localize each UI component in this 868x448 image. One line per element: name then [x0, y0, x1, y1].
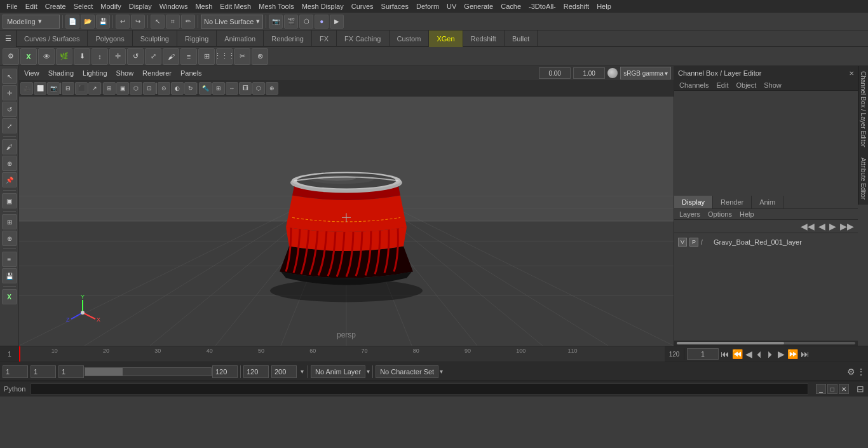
- ch-tab-show[interactable]: Show: [761, 81, 784, 89]
- timeline-playhead[interactable]: [19, 346, 20, 362]
- tab-rigging[interactable]: Rigging: [177, 31, 217, 47]
- prev-frame-btn[interactable]: ⏪: [731, 349, 743, 359]
- bb-field-5[interactable]: 120: [243, 365, 269, 378]
- disp-tab-anim[interactable]: Anim: [752, 196, 783, 208]
- menu-surfaces[interactable]: Surfaces: [377, 3, 412, 10]
- disp-opt-options[interactable]: Options: [705, 210, 735, 218]
- ch-tab-edit[interactable]: Edit: [714, 81, 731, 89]
- plus2-lt-btn[interactable]: ⊕: [2, 231, 17, 246]
- vp-menu-show[interactable]: Show: [114, 69, 137, 77]
- prev-step-btn[interactable]: ◀: [745, 349, 753, 359]
- menu-edit-mesh[interactable]: Edit Mesh: [216, 3, 255, 10]
- disp-opt-help[interactable]: Help: [737, 210, 757, 218]
- scale-tool-btn[interactable]: ⤢: [145, 48, 161, 65]
- menu-curves[interactable]: Curves: [348, 3, 377, 10]
- vp-grid-btn[interactable]: ⊞: [103, 82, 116, 95]
- menu-uv[interactable]: UV: [443, 3, 460, 10]
- vp-tb-b9[interactable]: ⊙: [158, 82, 170, 95]
- vp-tb-b15[interactable]: ⊕: [266, 82, 278, 95]
- layer-next-btn[interactable]: ▶: [828, 221, 837, 231]
- vp-tb-b13[interactable]: ↔: [226, 82, 238, 95]
- menu-cache[interactable]: Cache: [497, 3, 525, 10]
- vp-tb-b8[interactable]: ⊡: [143, 82, 156, 95]
- channel-box-close-btn[interactable]: ✕: [849, 70, 854, 77]
- frame-range-slider[interactable]: [85, 367, 212, 376]
- ch-tab-object[interactable]: Object: [733, 81, 759, 89]
- select-lt-btn[interactable]: ↖: [2, 69, 17, 84]
- menu-generate[interactable]: Generate: [460, 3, 497, 10]
- vp-tb-b2[interactable]: 📷: [47, 82, 60, 95]
- menu-help[interactable]: Help: [593, 3, 615, 10]
- menu-mesh-tools[interactable]: Mesh Tools: [255, 3, 297, 10]
- tab-polygons[interactable]: Polygons: [88, 31, 132, 47]
- no-anim-layer-btn[interactable]: No Anim Layer: [311, 365, 365, 378]
- channel-box-side-label[interactable]: Channel Box / Layer Editor: [858, 66, 868, 153]
- layer-p-btn[interactable]: P: [689, 238, 698, 247]
- new-file-btn[interactable]: 📄: [65, 15, 79, 29]
- disp-tab-render[interactable]: Render: [713, 196, 752, 208]
- vp-color-val2[interactable]: 1.00: [573, 67, 605, 79]
- pivot-lt-btn[interactable]: ⊕: [2, 156, 17, 171]
- prev-key-btn[interactable]: ⏮: [720, 349, 730, 359]
- menu-file[interactable]: File: [3, 3, 22, 10]
- bb-end-frame[interactable]: 120: [212, 365, 238, 378]
- brush-tool-btn[interactable]: 🖌: [163, 48, 179, 65]
- vp-tb-b11[interactable]: ↻: [184, 82, 197, 95]
- xgen-icon-btn[interactable]: X: [20, 48, 37, 65]
- down-arrow-btn[interactable]: ⬇: [74, 48, 90, 65]
- menu-modify[interactable]: Modify: [97, 3, 125, 10]
- bind-btn[interactable]: ⊗: [252, 48, 268, 65]
- snap-lt-btn[interactable]: 📌: [2, 172, 17, 187]
- layer-prev2-btn[interactable]: ◀: [817, 221, 827, 231]
- vp-tb-b1[interactable]: ⬜: [34, 82, 46, 95]
- lasso-btn[interactable]: ⌗: [166, 15, 180, 29]
- cut-btn[interactable]: ✂: [234, 48, 250, 65]
- layer-scrollbar[interactable]: [674, 341, 858, 346]
- settings-btn[interactable]: ⚙: [3, 48, 19, 65]
- vp-tb-b12[interactable]: ⊞: [212, 82, 225, 95]
- open-file-btn[interactable]: 📂: [81, 15, 95, 29]
- region-lt-btn[interactable]: ▣: [2, 193, 17, 208]
- menu-edit[interactable]: Edit: [22, 3, 41, 10]
- next-key-btn[interactable]: ⏭: [800, 349, 810, 359]
- layer-prev-btn[interactable]: ◀◀: [799, 221, 816, 231]
- no-live-surface-btn[interactable]: No Live Surface ▾: [201, 15, 263, 29]
- menu-mesh[interactable]: Mesh: [191, 3, 216, 10]
- render-btn[interactable]: 📷: [269, 15, 283, 29]
- vp-tb-b5[interactable]: ↗: [88, 82, 101, 95]
- disp-tab-display[interactable]: Display: [674, 196, 713, 208]
- sculpt-lt-btn[interactable]: 🖌: [2, 139, 17, 154]
- select-btn[interactable]: ↖: [151, 15, 165, 29]
- move-tool-btn[interactable]: ✛: [109, 48, 126, 65]
- vp-camera-btn[interactable]: 🎥: [20, 82, 33, 95]
- vp-tb-b10[interactable]: ◐: [171, 82, 184, 95]
- scale-lt-btn[interactable]: ⤢: [2, 118, 17, 133]
- char-set-chevron[interactable]: ▾: [440, 368, 443, 375]
- move-lt-btn[interactable]: ✛: [2, 85, 17, 100]
- vp-menu-view[interactable]: View: [22, 69, 42, 77]
- next-step-btn[interactable]: ▶: [777, 349, 785, 359]
- mode-selector[interactable]: Modeling ▾: [3, 15, 60, 29]
- menu-mesh-display[interactable]: Mesh Display: [298, 3, 348, 10]
- vp-menu-panels[interactable]: Panels: [178, 69, 205, 77]
- render2-btn[interactable]: 🎬: [284, 15, 298, 29]
- vp-tb-b3[interactable]: ⊟: [62, 82, 74, 95]
- render3-btn[interactable]: ⬡: [299, 15, 313, 29]
- menu-redshift[interactable]: Redshift: [560, 3, 593, 10]
- bb-field-2[interactable]: 1: [31, 365, 56, 378]
- anim-layer-chevron[interactable]: ▾: [367, 368, 370, 375]
- layer-item-0[interactable]: V P / Gravy_Boat_Red_001_layer: [675, 234, 857, 250]
- vp-color-val1[interactable]: 0.00: [539, 67, 571, 79]
- tab-rendering[interactable]: Rendering: [264, 31, 312, 47]
- tab-fx[interactable]: FX: [312, 31, 337, 47]
- save-file-btn[interactable]: 💾: [96, 15, 110, 29]
- bb-range-arrow[interactable]: ▾: [299, 368, 305, 375]
- layer-v-btn[interactable]: V: [678, 238, 687, 247]
- select-tool-btn[interactable]: ↕: [92, 48, 108, 65]
- menu-create[interactable]: Create: [41, 3, 70, 10]
- layer-btn[interactable]: ⊞: [198, 48, 215, 65]
- vp-menu-lighting[interactable]: Lighting: [80, 69, 110, 77]
- stack-btn[interactable]: ≡: [180, 48, 197, 65]
- tab-custom[interactable]: Custom: [390, 31, 430, 47]
- vp-tb-b4[interactable]: ⬛: [75, 82, 88, 95]
